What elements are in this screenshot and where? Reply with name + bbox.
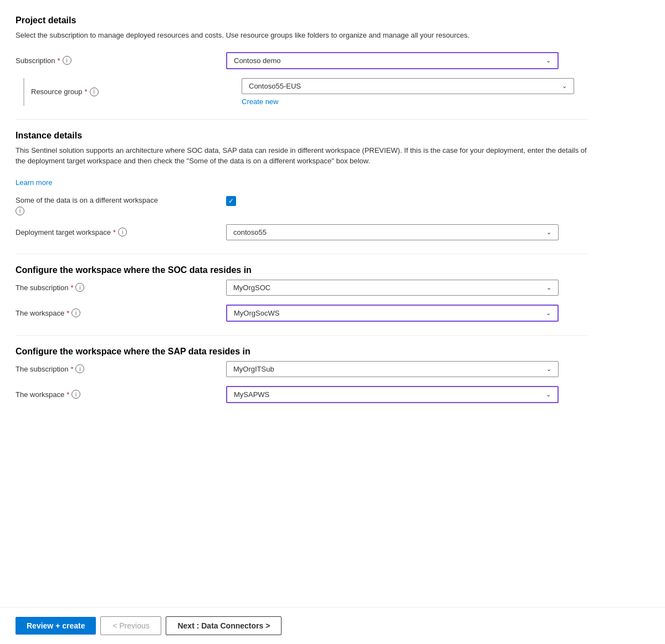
sap-subscription-info-icon[interactable]: i xyxy=(75,364,84,373)
bottom-bar: Review + create < Previous Next : Data C… xyxy=(0,607,665,644)
divider-1 xyxy=(16,119,587,120)
resource-group-label: Resource group * i xyxy=(31,87,242,96)
different-workspace-label: Some of the data is on a different works… xyxy=(16,195,226,205)
soc-subscription-chevron-icon: ⌄ xyxy=(546,284,551,291)
resource-group-dropdown[interactable]: Contoso55-EUS ⌄ xyxy=(242,78,574,94)
subscription-label: Subscription * i xyxy=(16,56,226,65)
subscription-chevron-icon: ⌄ xyxy=(546,57,551,64)
subscription-value: Contoso demo xyxy=(234,56,281,65)
soc-workspace-required: * xyxy=(66,309,69,317)
sap-subscription-dropdown[interactable]: MyOrgITSub ⌄ xyxy=(226,361,559,377)
soc-subscription-required: * xyxy=(70,284,73,292)
sap-workspace-info-icon[interactable]: i xyxy=(71,390,80,399)
different-workspace-info-icon[interactable]: i xyxy=(16,207,24,215)
resource-group-chevron-icon: ⌄ xyxy=(562,83,567,90)
deployment-target-chevron-icon: ⌄ xyxy=(546,229,551,236)
different-workspace-checkbox[interactable]: ✓ xyxy=(226,196,236,206)
soc-workspace-label: The workspace * i xyxy=(16,308,226,317)
deployment-target-required: * xyxy=(113,228,116,236)
instance-details-title: Instance details xyxy=(16,131,587,141)
review-create-button[interactable]: Review + create xyxy=(16,617,96,635)
subscription-info-icon[interactable]: i xyxy=(63,56,71,65)
sap-workspace-label: The workspace * i xyxy=(16,390,226,399)
deployment-target-info-icon[interactable]: i xyxy=(118,228,127,236)
previous-button[interactable]: < Previous xyxy=(100,616,161,635)
sap-subscription-chevron-icon: ⌄ xyxy=(546,365,551,373)
subscription-required: * xyxy=(58,56,60,65)
soc-section-title: Configure the workspace where the SOC da… xyxy=(16,265,587,275)
project-details-title: Project details xyxy=(16,16,587,25)
soc-workspace-dropdown[interactable]: MyOrgSocWS ⌄ xyxy=(226,305,559,322)
sap-workspace-chevron-icon: ⌄ xyxy=(546,391,551,398)
sap-workspace-required: * xyxy=(66,390,69,399)
sap-workspace-value: MySAPWS xyxy=(234,390,269,399)
subscription-dropdown[interactable]: Contoso demo ⌄ xyxy=(226,52,559,69)
create-new-link[interactable]: Create new xyxy=(242,97,278,106)
sap-workspace-dropdown[interactable]: MySAPWS ⌄ xyxy=(226,386,559,403)
learn-more-link[interactable]: Learn more xyxy=(16,178,52,187)
sap-section-title: Configure the workspace where the SAP da… xyxy=(16,347,587,357)
soc-workspace-info-icon[interactable]: i xyxy=(71,308,80,317)
soc-subscription-label: The subscription * i xyxy=(16,283,226,292)
soc-subscription-value: MyOrgSOC xyxy=(233,284,270,292)
soc-workspace-value: MyOrgSocWS xyxy=(234,309,279,317)
instance-details-description: This Sentinel solution supports an archi… xyxy=(16,145,587,167)
divider-3 xyxy=(16,335,587,336)
deployment-target-label: Deployment target workspace * i xyxy=(16,228,226,236)
sap-subscription-label: The subscription * i xyxy=(16,364,226,373)
resource-group-value: Contoso55-EUS xyxy=(249,82,301,90)
soc-workspace-chevron-icon: ⌄ xyxy=(546,310,551,317)
sap-subscription-required: * xyxy=(70,365,73,373)
project-details-description: Select the subscription to manage deploy… xyxy=(16,30,587,41)
checkmark-icon: ✓ xyxy=(228,198,234,204)
resource-group-required: * xyxy=(85,87,88,96)
deployment-target-value: contoso55 xyxy=(233,228,267,236)
soc-subscription-info-icon[interactable]: i xyxy=(75,283,84,292)
resource-group-info-icon[interactable]: i xyxy=(90,87,99,96)
sap-subscription-value: MyOrgITSub xyxy=(233,365,274,373)
deployment-target-dropdown[interactable]: contoso55 ⌄ xyxy=(226,224,559,240)
next-button[interactable]: Next : Data Connectors > xyxy=(166,616,282,635)
soc-subscription-dropdown[interactable]: MyOrgSOC ⌄ xyxy=(226,280,559,296)
divider-2 xyxy=(16,254,587,254)
